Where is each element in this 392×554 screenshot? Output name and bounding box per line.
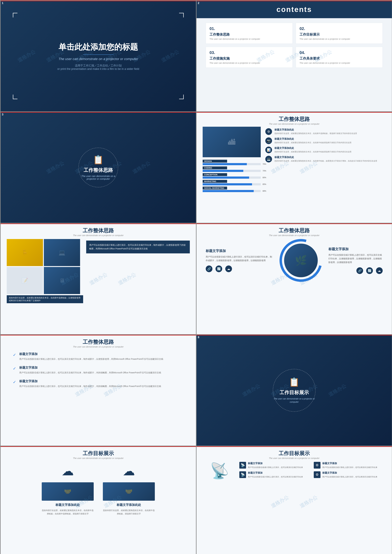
slide2-card-1: 01. 工作整体思路 The user can demonstrate on a… bbox=[206, 23, 293, 44]
s6-icon-5: 🔄 bbox=[366, 267, 373, 274]
slide5-left: 🪑 💻 📝 🖥 您的内容打在这里，或者通过复制您的文本后，在此框中选择粘贴；以便… bbox=[7, 239, 83, 303]
q-title-1: 标题文字添加 bbox=[248, 462, 303, 465]
slide2-title: contents bbox=[206, 5, 383, 14]
slide-10: 10 工作目标展示 The user can demonstrate on a … bbox=[196, 446, 392, 554]
slide9-col-2: ☁ 🤝 标题文字添加此处 您的内容打在这里，或者通过复制您的文本后，在此框中选择… bbox=[103, 462, 155, 515]
slide10-subtitle: The user can demonstrate on a projector … bbox=[196, 457, 392, 459]
slide-5: 5 工作整体思路 The user can demonstrate on a p… bbox=[1, 224, 196, 334]
slide9-col2-label: 标题文字添加此处 bbox=[117, 503, 141, 507]
check-title-3: 标题文字添加 bbox=[19, 379, 161, 383]
r-title-3: 标题文字添加此处 bbox=[274, 147, 351, 150]
slide10-body: 📡 📡 标题文字添加 用户可以在投影仪或者计算机上行演示，也可以将演示文稿打印出… bbox=[196, 462, 392, 480]
card2-desc: The user can demonstrate on a projector … bbox=[300, 38, 379, 40]
r-icon-2: 📷 bbox=[265, 137, 272, 144]
slide-number-9: 9 bbox=[2, 447, 3, 450]
slide9-col1-icon: ☁ bbox=[58, 462, 77, 480]
img-blue2: 🖥 bbox=[44, 267, 80, 294]
q-desc-3: 用户可以在投影仪或计算机上进行演示，也可以将演示文稿打印出来 bbox=[248, 476, 303, 478]
bar-coding-pct: 70% bbox=[263, 170, 266, 172]
bar-coding-label: CODING bbox=[203, 166, 227, 169]
slide1-sub3: or print the presentation and make it in… bbox=[20, 67, 176, 70]
q-content-2: 标题文字添加 用户可以在投影仪或计算机上进行演示，也可以将演示文稿打印出来 bbox=[322, 462, 377, 469]
bar-social-pct: 88% bbox=[263, 190, 266, 192]
slide-number-4: 4 bbox=[198, 113, 199, 116]
slide5-subtitle: The user can demonstrate on a projector … bbox=[1, 234, 196, 237]
wm-text: 道格办公 bbox=[126, 155, 157, 180]
r-text-1: 标题文字添加此处 您的内容打在这里，或者通过复制您的文本后，在此框中选择粘贴，请… bbox=[274, 128, 357, 135]
slide9-col2-desc: 您的内容打在这里，或者通过复制您的文本后，在此框中选择粘贴，请选择只保留文字 bbox=[103, 509, 155, 515]
slide4-title: 工作整体思路 bbox=[196, 116, 392, 123]
bar-marketing-fill bbox=[203, 183, 252, 185]
q-item-1: 📡 标题文字添加 用户可以在投影仪或者计算机上行演示，也可以将演示文稿打印出来 bbox=[239, 462, 311, 469]
bar-design-pct: 76% bbox=[263, 163, 266, 165]
wm-text: 道格办公 bbox=[264, 489, 295, 514]
bar-design-label: DESIGN bbox=[203, 160, 227, 163]
check-content-1: 标题文字添加 用户可以在投影仪或计算机上进行演示，也可以演示文稿打印出来，制作成… bbox=[19, 352, 163, 361]
q-desc-2: 用户可以在投影仪或计算机上进行演示，也可以将演示文稿打印出来 bbox=[322, 466, 377, 469]
slide-number-8: 8 bbox=[198, 336, 199, 339]
check-desc-3: 用户可以在投影仪或计算机上进行演示，也可以演示文稿打印出来，制作成胶片，对的缩略… bbox=[19, 385, 161, 388]
slide1-divider bbox=[83, 54, 113, 55]
cloud-icon-2: ☁ bbox=[123, 464, 135, 478]
card3-desc: The user can demonstrate on a projector … bbox=[210, 62, 289, 64]
slide6-left-desc: 用户可以在投影仪或计算机上进行演示，也可以演示文稿打印出来，制作成胶片，以便能投… bbox=[206, 255, 273, 262]
slide2-header: contents bbox=[196, 1, 392, 18]
slide8-circle: 📋 工作目标展示 The user can demonstrate on a p… bbox=[273, 369, 315, 412]
slide5-grid: 🪑 💻 📝 🖥 bbox=[7, 239, 80, 294]
corner-tr bbox=[179, 13, 184, 17]
slide6-left: 标题文字添加 用户可以在投影仪或计算机上进行演示，也可以演示文稿打印出来，制作成… bbox=[206, 249, 273, 272]
q-content-4: 标题文字添加 用户可以在投影仪或计算机上进行演示，也可以将演示文稿打印出来 bbox=[322, 471, 377, 478]
slide6-arrow-ring bbox=[272, 231, 330, 290]
bar-social-fill bbox=[203, 190, 254, 192]
slide6-right-desc: 用户可以在投影仪或计算机上进行演示，也可以演示文稿打印出来，以便能投影使用，以便… bbox=[329, 253, 383, 264]
slide-2: 2 contents 01. 工作整体思路 The user can demon… bbox=[196, 1, 392, 112]
slide6-right-title: 标题文字添加 bbox=[329, 247, 383, 251]
wm-text: 道格办公 bbox=[293, 489, 324, 514]
slide8-icon: 📋 bbox=[289, 377, 300, 387]
bar-coding: CODING 70% bbox=[203, 166, 261, 172]
bar-coding-track: 70% bbox=[203, 170, 261, 172]
q-icon-1: 📡 bbox=[239, 462, 246, 469]
slide10-header: 工作目标展示 The user can demonstrate on a pro… bbox=[196, 446, 392, 462]
slide9-hands2: 🤝 bbox=[103, 482, 155, 501]
slide8-title: 工作目标展示 bbox=[280, 389, 309, 396]
slide5-body: 🪑 💻 📝 🖥 您的内容打在这里，或者通过复制您的文本后，在此框中选择粘贴；以便… bbox=[1, 239, 196, 303]
r-text-4: 标题文字添加此处 您的内容打在这里，或者通过复制您的文本后，在此框中粘贴，如需更… bbox=[274, 156, 377, 162]
bar-coding-fill bbox=[203, 170, 243, 172]
slide5-caption: 您的内容打在这里，或者通过复制您的文本后，在此框中选择粘贴；以便投影使用或将演示… bbox=[7, 295, 83, 303]
card3-title: 工作措施实施 bbox=[210, 56, 289, 61]
q-icon-2: ⚙ bbox=[314, 462, 321, 469]
s6-icon-3: ☁ bbox=[225, 266, 232, 272]
slide6-icons-row: 🔗 🔄 ☁ bbox=[206, 266, 273, 272]
r-item-1: ⚙ 标题文字添加此处 您的内容打在这里，或者通过复制您的文本后，在此框中选择粘贴… bbox=[265, 128, 386, 135]
slide4-right: ⚙ 标题文字添加此处 您的内容打在这里，或者通过复制您的文本后，在此框中选择粘贴… bbox=[265, 127, 386, 193]
bar-marketing-pct: 85% bbox=[263, 183, 266, 185]
slide9-title: 工作目标展示 bbox=[1, 450, 196, 457]
r-item-4: 💻 标题文字添加此处 您的内容打在这里，或者通过复制您的文本后，在此框中粘贴，如… bbox=[265, 156, 386, 162]
slide3-title: 工作整体思路 bbox=[84, 167, 113, 174]
slide4-img: 🏙 bbox=[203, 127, 261, 157]
q-desc-4: 用户可以在投影仪或计算机上进行演示，也可以将演示文稿打印出来 bbox=[322, 476, 377, 478]
card4-title: 工作具体要求 bbox=[300, 56, 379, 61]
r-item-3: 📊 标题文字添加此处 您的内容打在这里，或者通过复制您的文本后，在此框中粘贴请选… bbox=[265, 147, 386, 153]
q-desc-1: 用户可以在投影仪或者计算机上行演示，也可以将演示文稿打印出来 bbox=[248, 466, 303, 469]
s6-icon-1: 🔗 bbox=[206, 266, 212, 272]
slide6-subtitle: The user can demonstrate on a projector … bbox=[196, 234, 392, 237]
slide10-title: 工作目标展示 bbox=[196, 450, 392, 457]
img-yellow: 🪑 bbox=[7, 239, 43, 266]
slide1-sub2: 适用于工作汇报／工作总结／工作计划 bbox=[20, 63, 176, 67]
check-title-1: 标题文字添加 bbox=[19, 352, 163, 356]
check-icon-1: ✓ bbox=[13, 353, 16, 357]
bar-design-fill bbox=[203, 163, 247, 165]
q-content-3: 标题文字添加 用户可以在投影仪或计算机上进行演示，也可以将演示文稿打印出来 bbox=[248, 471, 303, 478]
r-desc-1: 您的内容打在这里，或者通过复制您的文本后，在此框中选择粘贴，请选择只保留文字的内… bbox=[274, 132, 357, 135]
s6-icon-2: 🔄 bbox=[216, 266, 222, 272]
check-item-1: ✓ 标题文字添加 用户可以在投影仪或计算机上进行演示，也可以演示文稿打印出来，制… bbox=[13, 352, 184, 361]
slide-number-2: 2 bbox=[198, 1, 199, 5]
slide6-right: 标题文字添加 用户可以在投影仪或计算机上进行演示，也可以演示文稿打印出来，以便能… bbox=[329, 247, 383, 274]
slide9-header: 工作目标展示 The user can demonstrate on a pro… bbox=[1, 446, 196, 462]
s6-icon-4: 🔗 bbox=[356, 267, 363, 274]
slide2-card-3: 03. 工作措施实施 The user can demonstrate on a… bbox=[206, 47, 293, 68]
slide1-content: 单击此处添加您的标题 The user can demonstrate on a… bbox=[20, 42, 176, 70]
slide6-header: 工作整体思路 The user can demonstrate on a pro… bbox=[196, 224, 392, 239]
